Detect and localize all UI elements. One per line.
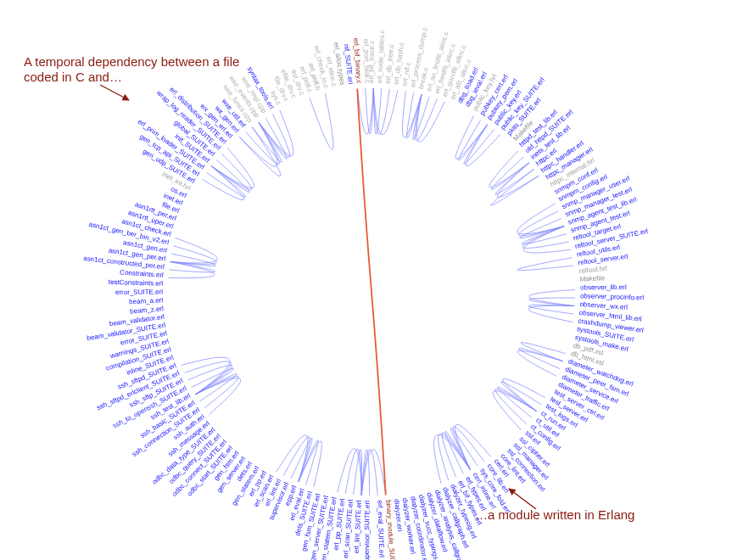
node-label: erl_eval_SUITE.erl: [376, 501, 385, 558]
node-label: erl_lint_SUITE.erl: [353, 500, 363, 553]
edge: [455, 116, 488, 160]
edge: [373, 88, 389, 134]
edge: [239, 127, 281, 176]
edge: [528, 305, 574, 314]
edge-layer: [169, 88, 575, 496]
focus-edge: [357, 89, 386, 496]
node-label: error_SUITE.erl: [115, 288, 163, 297]
edge: [170, 238, 218, 263]
node-label: reltool.hrl: [578, 265, 607, 275]
annotation-top-arrow: [100, 85, 129, 100]
node-label: observer_procinfo.erl: [580, 292, 645, 301]
edge: [529, 298, 575, 306]
edge: [489, 151, 529, 188]
edge: [366, 88, 374, 134]
edge: [402, 91, 421, 137]
edge: [503, 378, 545, 411]
label-layer: erl_bif_binary.cerl_port_task.cerl_bif_t…: [83, 26, 649, 560]
node-label: observer_lib.erl: [580, 283, 627, 292]
annotation-top-line2: coded in C and…: [24, 70, 122, 84]
edge: [407, 92, 422, 138]
annotation-top-line1: A temporal dependency between a file: [24, 54, 239, 69]
edge: [345, 449, 361, 496]
edge: [518, 211, 564, 236]
node-label: erl_bif_trace.c: [367, 41, 375, 83]
node-label: Makefile: [579, 274, 606, 283]
dependency-wheel: erl_bif_binary.cerl_port_task.cerl_bif_t…: [0, 0, 743, 560]
edge: [517, 258, 573, 271]
node-label: supervisor_SUITE.erl: [363, 501, 372, 560]
edge: [415, 94, 437, 140]
edge: [283, 437, 310, 482]
edge: [361, 450, 370, 496]
edge: [310, 93, 333, 149]
node-label: testConstraints.erl: [109, 278, 164, 288]
edge: [259, 114, 290, 157]
edge: [373, 88, 398, 135]
edge: [416, 94, 444, 142]
annotation-bottom-arrow: [509, 489, 536, 509]
edge: [202, 166, 243, 200]
annotation-bottom-line1: …a module written in Erlang: [475, 507, 634, 522]
edge: [491, 169, 539, 205]
edge: [299, 440, 318, 484]
edge: [517, 350, 563, 376]
edge: [522, 227, 568, 249]
